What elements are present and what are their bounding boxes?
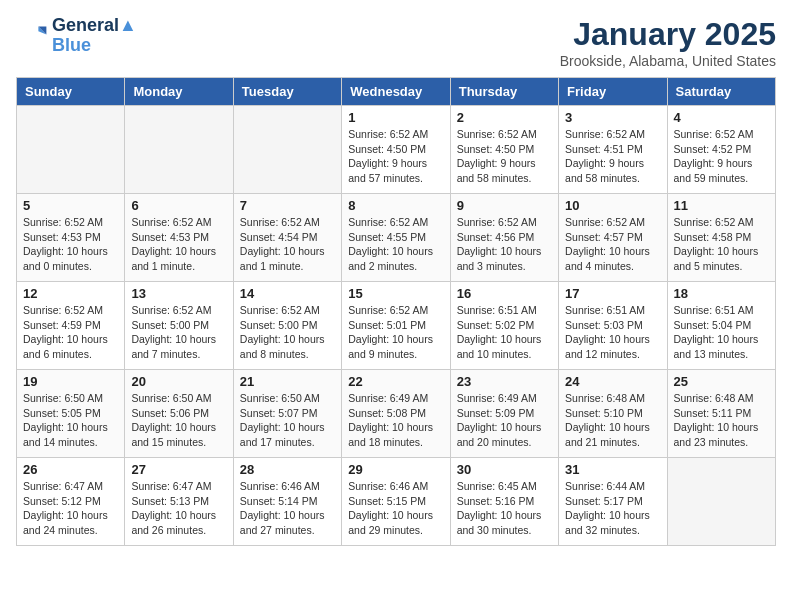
title-section: January 2025 Brookside, Alabama, United … <box>560 16 776 69</box>
calendar-cell: 21Sunrise: 6:50 AM Sunset: 5:07 PM Dayli… <box>233 370 341 458</box>
day-number: 3 <box>565 110 660 125</box>
logo-text: General▲ Blue <box>52 16 137 56</box>
day-number: 21 <box>240 374 335 389</box>
calendar-cell: 5Sunrise: 6:52 AM Sunset: 4:53 PM Daylig… <box>17 194 125 282</box>
svg-rect-0 <box>16 20 48 52</box>
day-info: Sunrise: 6:49 AM Sunset: 5:08 PM Dayligh… <box>348 391 443 450</box>
day-info: Sunrise: 6:47 AM Sunset: 5:12 PM Dayligh… <box>23 479 118 538</box>
day-info: Sunrise: 6:52 AM Sunset: 4:52 PM Dayligh… <box>674 127 769 186</box>
calendar-cell: 15Sunrise: 6:52 AM Sunset: 5:01 PM Dayli… <box>342 282 450 370</box>
day-info: Sunrise: 6:52 AM Sunset: 4:54 PM Dayligh… <box>240 215 335 274</box>
day-info: Sunrise: 6:49 AM Sunset: 5:09 PM Dayligh… <box>457 391 552 450</box>
day-info: Sunrise: 6:50 AM Sunset: 5:07 PM Dayligh… <box>240 391 335 450</box>
calendar-week-row: 19Sunrise: 6:50 AM Sunset: 5:05 PM Dayli… <box>17 370 776 458</box>
day-number: 1 <box>348 110 443 125</box>
weekday-header: Thursday <box>450 78 558 106</box>
day-number: 19 <box>23 374 118 389</box>
weekday-header: Monday <box>125 78 233 106</box>
day-number: 15 <box>348 286 443 301</box>
calendar-cell: 8Sunrise: 6:52 AM Sunset: 4:55 PM Daylig… <box>342 194 450 282</box>
day-number: 8 <box>348 198 443 213</box>
calendar-cell: 1Sunrise: 6:52 AM Sunset: 4:50 PM Daylig… <box>342 106 450 194</box>
calendar-title: January 2025 <box>560 16 776 53</box>
calendar-cell: 2Sunrise: 6:52 AM Sunset: 4:50 PM Daylig… <box>450 106 558 194</box>
weekday-header: Friday <box>559 78 667 106</box>
day-info: Sunrise: 6:48 AM Sunset: 5:10 PM Dayligh… <box>565 391 660 450</box>
day-number: 5 <box>23 198 118 213</box>
calendar-cell: 22Sunrise: 6:49 AM Sunset: 5:08 PM Dayli… <box>342 370 450 458</box>
calendar-cell <box>233 106 341 194</box>
calendar-cell: 25Sunrise: 6:48 AM Sunset: 5:11 PM Dayli… <box>667 370 775 458</box>
calendar-cell: 24Sunrise: 6:48 AM Sunset: 5:10 PM Dayli… <box>559 370 667 458</box>
calendar-week-row: 12Sunrise: 6:52 AM Sunset: 4:59 PM Dayli… <box>17 282 776 370</box>
day-number: 13 <box>131 286 226 301</box>
day-number: 6 <box>131 198 226 213</box>
calendar-cell: 23Sunrise: 6:49 AM Sunset: 5:09 PM Dayli… <box>450 370 558 458</box>
calendar-cell: 9Sunrise: 6:52 AM Sunset: 4:56 PM Daylig… <box>450 194 558 282</box>
day-number: 29 <box>348 462 443 477</box>
day-number: 2 <box>457 110 552 125</box>
calendar-cell: 14Sunrise: 6:52 AM Sunset: 5:00 PM Dayli… <box>233 282 341 370</box>
day-number: 4 <box>674 110 769 125</box>
calendar-cell: 12Sunrise: 6:52 AM Sunset: 4:59 PM Dayli… <box>17 282 125 370</box>
day-number: 24 <box>565 374 660 389</box>
day-number: 11 <box>674 198 769 213</box>
calendar-body: 1Sunrise: 6:52 AM Sunset: 4:50 PM Daylig… <box>17 106 776 546</box>
calendar-cell: 4Sunrise: 6:52 AM Sunset: 4:52 PM Daylig… <box>667 106 775 194</box>
calendar-cell: 26Sunrise: 6:47 AM Sunset: 5:12 PM Dayli… <box>17 458 125 546</box>
calendar-cell <box>667 458 775 546</box>
day-info: Sunrise: 6:52 AM Sunset: 4:50 PM Dayligh… <box>348 127 443 186</box>
day-number: 23 <box>457 374 552 389</box>
day-number: 16 <box>457 286 552 301</box>
calendar-cell: 3Sunrise: 6:52 AM Sunset: 4:51 PM Daylig… <box>559 106 667 194</box>
day-info: Sunrise: 6:52 AM Sunset: 4:53 PM Dayligh… <box>23 215 118 274</box>
calendar-cell <box>17 106 125 194</box>
calendar-cell: 29Sunrise: 6:46 AM Sunset: 5:15 PM Dayli… <box>342 458 450 546</box>
calendar-table: SundayMondayTuesdayWednesdayThursdayFrid… <box>16 77 776 546</box>
calendar-subtitle: Brookside, Alabama, United States <box>560 53 776 69</box>
calendar-cell: 17Sunrise: 6:51 AM Sunset: 5:03 PM Dayli… <box>559 282 667 370</box>
day-info: Sunrise: 6:52 AM Sunset: 5:00 PM Dayligh… <box>131 303 226 362</box>
calendar-cell: 19Sunrise: 6:50 AM Sunset: 5:05 PM Dayli… <box>17 370 125 458</box>
calendar-cell: 11Sunrise: 6:52 AM Sunset: 4:58 PM Dayli… <box>667 194 775 282</box>
day-info: Sunrise: 6:52 AM Sunset: 4:57 PM Dayligh… <box>565 215 660 274</box>
day-info: Sunrise: 6:52 AM Sunset: 4:55 PM Dayligh… <box>348 215 443 274</box>
weekday-header: Sunday <box>17 78 125 106</box>
day-info: Sunrise: 6:52 AM Sunset: 4:50 PM Dayligh… <box>457 127 552 186</box>
weekday-header: Tuesday <box>233 78 341 106</box>
calendar-cell: 16Sunrise: 6:51 AM Sunset: 5:02 PM Dayli… <box>450 282 558 370</box>
weekday-header: Saturday <box>667 78 775 106</box>
day-number: 18 <box>674 286 769 301</box>
day-info: Sunrise: 6:52 AM Sunset: 4:53 PM Dayligh… <box>131 215 226 274</box>
calendar-week-row: 1Sunrise: 6:52 AM Sunset: 4:50 PM Daylig… <box>17 106 776 194</box>
logo: General▲ Blue <box>16 16 137 56</box>
calendar-cell: 13Sunrise: 6:52 AM Sunset: 5:00 PM Dayli… <box>125 282 233 370</box>
day-info: Sunrise: 6:50 AM Sunset: 5:06 PM Dayligh… <box>131 391 226 450</box>
day-info: Sunrise: 6:46 AM Sunset: 5:15 PM Dayligh… <box>348 479 443 538</box>
calendar-cell: 28Sunrise: 6:46 AM Sunset: 5:14 PM Dayli… <box>233 458 341 546</box>
calendar-cell: 20Sunrise: 6:50 AM Sunset: 5:06 PM Dayli… <box>125 370 233 458</box>
calendar-week-row: 5Sunrise: 6:52 AM Sunset: 4:53 PM Daylig… <box>17 194 776 282</box>
day-number: 12 <box>23 286 118 301</box>
day-number: 31 <box>565 462 660 477</box>
day-info: Sunrise: 6:48 AM Sunset: 5:11 PM Dayligh… <box>674 391 769 450</box>
day-number: 26 <box>23 462 118 477</box>
day-info: Sunrise: 6:44 AM Sunset: 5:17 PM Dayligh… <box>565 479 660 538</box>
day-info: Sunrise: 6:52 AM Sunset: 5:00 PM Dayligh… <box>240 303 335 362</box>
calendar-week-row: 26Sunrise: 6:47 AM Sunset: 5:12 PM Dayli… <box>17 458 776 546</box>
day-info: Sunrise: 6:45 AM Sunset: 5:16 PM Dayligh… <box>457 479 552 538</box>
calendar-cell: 7Sunrise: 6:52 AM Sunset: 4:54 PM Daylig… <box>233 194 341 282</box>
day-number: 30 <box>457 462 552 477</box>
calendar-cell: 10Sunrise: 6:52 AM Sunset: 4:57 PM Dayli… <box>559 194 667 282</box>
page-header: General▲ Blue January 2025 Brookside, Al… <box>16 16 776 69</box>
day-info: Sunrise: 6:50 AM Sunset: 5:05 PM Dayligh… <box>23 391 118 450</box>
calendar-cell: 31Sunrise: 6:44 AM Sunset: 5:17 PM Dayli… <box>559 458 667 546</box>
calendar-cell: 18Sunrise: 6:51 AM Sunset: 5:04 PM Dayli… <box>667 282 775 370</box>
day-number: 14 <box>240 286 335 301</box>
day-info: Sunrise: 6:51 AM Sunset: 5:03 PM Dayligh… <box>565 303 660 362</box>
calendar-header-row: SundayMondayTuesdayWednesdayThursdayFrid… <box>17 78 776 106</box>
day-info: Sunrise: 6:52 AM Sunset: 4:51 PM Dayligh… <box>565 127 660 186</box>
calendar-cell: 27Sunrise: 6:47 AM Sunset: 5:13 PM Dayli… <box>125 458 233 546</box>
day-info: Sunrise: 6:46 AM Sunset: 5:14 PM Dayligh… <box>240 479 335 538</box>
day-number: 25 <box>674 374 769 389</box>
